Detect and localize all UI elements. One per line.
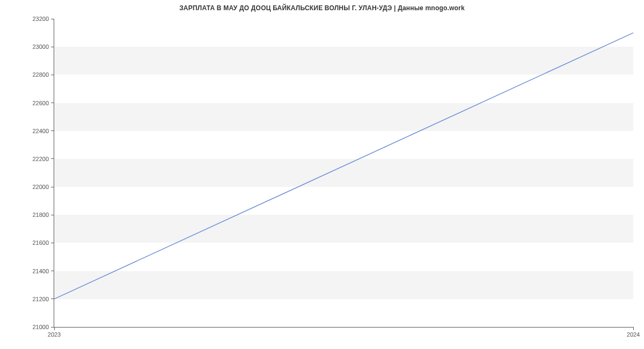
y-tick-label: 22000 (32, 184, 49, 190)
y-tick (51, 19, 54, 19)
y-tick-label: 22800 (32, 71, 49, 78)
y-tick (51, 47, 54, 47)
y-tick (51, 215, 54, 215)
y-tick (51, 75, 54, 75)
y-tick (51, 158, 54, 159)
y-tick (51, 243, 54, 243)
y-tick-label: 23000 (32, 43, 49, 50)
y-tick (51, 130, 54, 131)
y-tick-label: 22400 (32, 128, 49, 134)
y-tick-label: 23200 (32, 16, 49, 22)
x-tick-label: 2024 (627, 331, 640, 338)
y-tick-label: 21400 (32, 268, 49, 274)
data-line (54, 33, 633, 299)
x-tick (633, 327, 634, 330)
chart-container: ЗАРПЛАТА В МАУ ДО ДООЦ БАЙКАЛЬСКИЕ ВОЛНЫ… (0, 0, 644, 349)
y-tick-label: 21000 (32, 324, 49, 330)
y-tick-label: 22600 (32, 100, 49, 106)
y-tick (51, 299, 54, 299)
y-tick-label: 21200 (32, 296, 49, 302)
x-tick-label: 2023 (48, 331, 61, 338)
y-tick-label: 21600 (32, 239, 49, 246)
line-series (54, 19, 633, 327)
x-tick (54, 327, 55, 330)
y-tick-label: 21800 (32, 212, 49, 218)
chart-title: ЗАРПЛАТА В МАУ ДО ДООЦ БАЙКАЛЬСКИЕ ВОЛНЫ… (0, 4, 644, 12)
y-tick-label: 22200 (32, 156, 49, 162)
y-tick (51, 271, 54, 271)
y-tick (51, 187, 54, 187)
plot-area: 2100021200214002160021800220002220022400… (54, 19, 633, 328)
y-tick (51, 103, 54, 103)
